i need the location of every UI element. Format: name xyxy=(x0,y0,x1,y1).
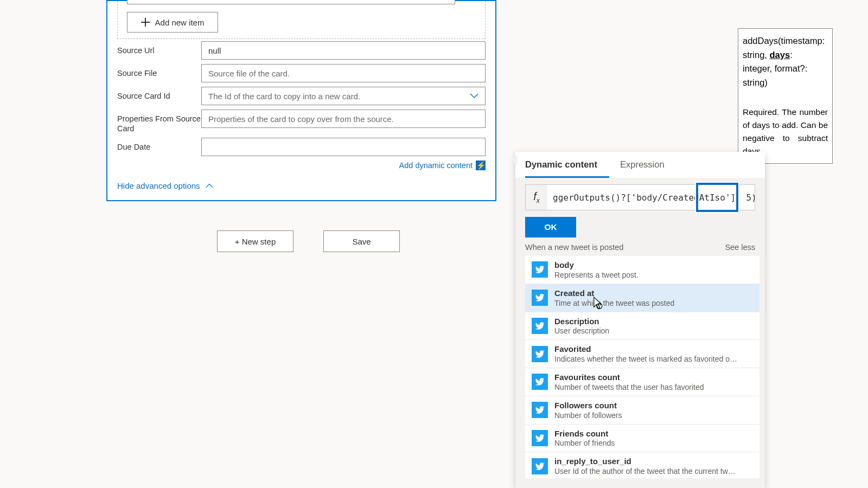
plus-icon xyxy=(141,18,150,27)
list-item[interactable]: Created atTime at which the tweet was po… xyxy=(525,284,760,312)
twitter-icon xyxy=(532,374,548,390)
add-dynamic-content-link[interactable]: Add dynamic content ⚡ xyxy=(399,160,486,170)
list-item[interactable]: Favourites countNumber of tweets that th… xyxy=(525,368,760,396)
tab-dynamic-content[interactable]: Dynamic content xyxy=(525,152,609,178)
props-label: Properties From Source Card xyxy=(117,110,201,133)
dynamic-content-popover: Dynamic content Expression fx ggerOutput… xyxy=(515,152,765,488)
source-card-id-placeholder: The Id of the card to copy into a new ca… xyxy=(208,92,360,101)
source-card-id-select[interactable]: The Id of the card to copy into a new ca… xyxy=(201,87,486,105)
chevron-up-icon xyxy=(206,182,213,190)
twitter-icon xyxy=(532,402,548,418)
list-item[interactable]: bodyRepresents a tweet post. xyxy=(525,256,760,284)
bottom-button-row: + New step Save xyxy=(217,230,400,252)
hide-advanced-label: Hide advanced options xyxy=(117,181,200,190)
twitter-icon xyxy=(532,290,548,306)
expression-input-row: fx ggerOutputs()?['body/CreatedAtIso'], … xyxy=(525,184,755,210)
expression-input[interactable]: ggerOutputs()?['body/CreatedAtIso'], 5) xyxy=(547,192,755,203)
fx-icon: fx xyxy=(526,185,547,210)
twitter-icon xyxy=(532,458,548,474)
list-item[interactable]: Friends countNumber of friends xyxy=(525,425,760,453)
tooltip-description: Required. The number of days to add. Can… xyxy=(743,106,828,158)
source-card-id-label: Source Card Id xyxy=(117,87,201,101)
twitter-icon xyxy=(532,261,548,278)
items-box: Add new item xyxy=(117,1,486,39)
dynamic-content-icon: ⚡ xyxy=(476,160,486,170)
tab-expression[interactable]: Expression xyxy=(620,152,676,178)
new-step-button[interactable]: + New step xyxy=(217,230,293,252)
source-file-label: Source File xyxy=(117,64,201,78)
list-item[interactable]: DescriptionUser description xyxy=(525,312,760,341)
list-item[interactable]: in_reply_to_user_idUser Id of the author… xyxy=(525,452,760,478)
due-date-label: Due Date xyxy=(117,138,201,152)
cursor-icon xyxy=(592,296,604,311)
section-title: When a new tweet is posted xyxy=(525,243,623,252)
source-url-label: Source Url xyxy=(117,41,201,55)
chevron-down-icon xyxy=(470,92,478,100)
item-input-prev[interactable] xyxy=(127,0,455,4)
props-input[interactable] xyxy=(201,110,486,128)
twitter-icon xyxy=(532,346,548,362)
parameter-tooltip: addDays(timestamp: string, days: integer… xyxy=(738,28,833,164)
list-item[interactable]: Followers countNumber of followers xyxy=(525,396,760,425)
list-item[interactable]: FavoritedIndicates whether the tweet is … xyxy=(525,340,760,368)
hide-advanced-options-link[interactable]: Hide advanced options xyxy=(117,181,486,190)
source-file-input[interactable] xyxy=(201,64,486,82)
twitter-icon xyxy=(532,430,548,446)
due-date-input[interactable] xyxy=(201,138,486,156)
action-card: Add new item Source Url Source File Sour… xyxy=(106,0,496,201)
save-button[interactable]: Save xyxy=(323,230,400,252)
add-new-item-button[interactable]: Add new item xyxy=(127,12,218,33)
see-less-link[interactable]: See less xyxy=(725,243,755,252)
add-dynamic-content-label: Add dynamic content xyxy=(399,161,473,170)
source-url-input[interactable] xyxy=(201,41,486,60)
ok-button[interactable]: OK xyxy=(525,217,576,237)
popover-tabs: Dynamic content Expression xyxy=(515,152,765,178)
twitter-icon xyxy=(532,318,548,334)
add-new-item-label: Add new item xyxy=(155,18,205,27)
dynamic-content-list: ▲ bodyRepresents a tweet post. Created a… xyxy=(525,256,760,478)
